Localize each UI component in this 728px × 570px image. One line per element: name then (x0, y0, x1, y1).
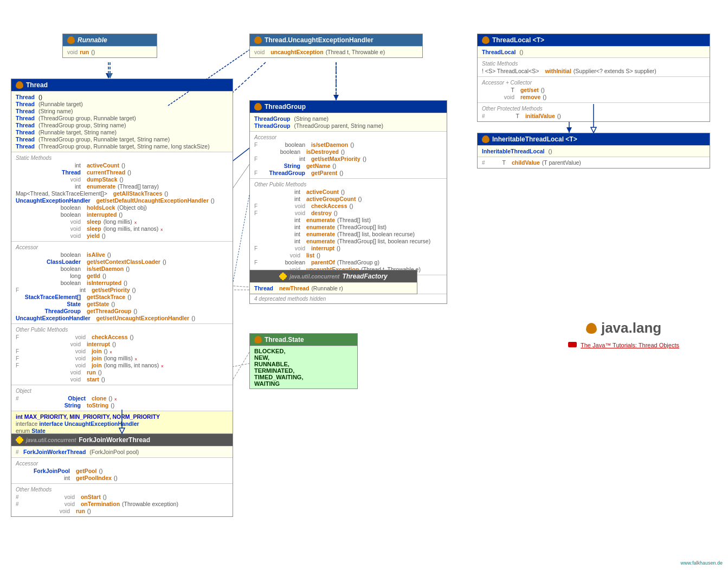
inheritable-constructors: InheritableThreadLocal () (478, 145, 710, 157)
fork-join-accessor: Accessor ForkJoinPool getPool() int getP… (11, 457, 233, 483)
svg-line-31 (233, 195, 249, 282)
thread-state-box: Thread.State BLOCKED, NEW, RUNNABLE, TER… (249, 333, 358, 389)
thread-group-title: ThreadGroup (265, 103, 306, 111)
thread-group-header: ThreadGroup (250, 101, 447, 113)
thread-icon (16, 81, 23, 89)
thread-local-title: ThreadLocal <T> (492, 36, 544, 44)
svg-rect-20 (16, 439, 17, 441)
svg-marker-28 (591, 127, 596, 133)
thread-factory-box: java.util.concurrent ThreadFactory Threa… (249, 270, 417, 294)
thread-local-box: ThreadLocal <T> ThreadLocal () Static Me… (477, 34, 710, 122)
thread-local-icon (482, 36, 489, 44)
svg-rect-14 (282, 278, 284, 280)
java-lang-label: java.lang (601, 320, 661, 336)
thread-object: Object #Object clone()x String toString(… (11, 385, 233, 411)
thread-header: Thread (11, 79, 233, 91)
thread-constructors: Thread () Thread (Runnable target) Threa… (11, 91, 233, 152)
thread-state-title: Thread.State (265, 336, 304, 344)
thread-static-section: Static Methods int activeCount() Thread … (11, 152, 233, 241)
inheritable-methods: # T childValue (T parentValue) (478, 157, 710, 168)
fork-join-title: ForkJoinWorkerThread (79, 436, 150, 444)
uncaught-title: Thread.UncaughtExceptionHandler (265, 36, 373, 44)
svg-rect-18 (18, 436, 21, 438)
thread-constants-text: int MAX_PRIORITY, MIN_PRIORITY, NORM_PRI… (16, 413, 228, 420)
thread-local-header: ThreadLocal <T> (478, 34, 710, 46)
thread-local-protected: Other Protected Methods # T initialValue… (478, 102, 710, 121)
svg-marker-1 (106, 73, 111, 79)
inheritable-title: InheritableThreadLocal <T> (492, 135, 577, 143)
uncaught-handler-header: Thread.UncaughtExceptionHandler (250, 34, 422, 46)
thread-factory-methods: Thread newThread (Runnable r) (250, 282, 417, 294)
inheritable-icon (482, 135, 489, 143)
svg-rect-19 (18, 442, 21, 444)
thread-group-accessor: Accessor Fboolean is/setDaemon() boolean… (250, 131, 447, 178)
fork-join-box: java.util.concurrent ForkJoinWorkerThrea… (11, 433, 233, 517)
uncaught-icon (254, 36, 262, 44)
watermark: www.falkhausen.de (680, 560, 723, 566)
runnable-box: Runnable void run () (62, 34, 157, 58)
runnable-run-method: void run () (67, 49, 152, 55)
svg-rect-12 (280, 274, 286, 279)
inheritable-thread-local-box: InheritableThreadLocal <T> InheritableTh… (477, 133, 710, 169)
thread-constants: int MAX_PRIORITY, MIN_PRIORITY, NORM_PRI… (11, 411, 233, 436)
thread-group-deprecated: 4 deprecated methods hidden (250, 294, 447, 303)
fork-join-other: Other Methods #void onStart() #void onTe… (11, 483, 233, 516)
thread-group-constructors: ThreadGroup (String name) ThreadGroup (T… (250, 113, 447, 131)
thread-interface-line: interface interface UncaughtExceptionHan… (16, 420, 228, 427)
thread-factory-pkg: java.util.concurrent (289, 274, 339, 280)
thread-box: Thread Thread () Thread (Runnable target… (11, 79, 233, 446)
thread-accessor-section: Accessor boolean isAlive() ClassLoader g… (11, 241, 233, 323)
fork-join-pkg: java.util.concurrent (26, 437, 76, 443)
svg-marker-7 (566, 127, 572, 133)
thread-factory-gear-icon (279, 273, 287, 280)
thread-state-values: BLOCKED, NEW, RUNNABLE, TERMINATED, TIME… (250, 346, 357, 388)
svg-line-32 (233, 352, 249, 379)
thread-factory-title: ThreadFactory (342, 273, 387, 280)
tutorial-icon (568, 342, 577, 347)
svg-marker-26 (333, 95, 339, 100)
thread-group-icon (254, 103, 262, 111)
svg-rect-21 (22, 439, 23, 441)
thread-local-constructors: ThreadLocal () (478, 46, 710, 57)
java-lang-icon (586, 323, 597, 334)
svg-rect-15 (279, 275, 281, 277)
fork-join-gear-icon (16, 436, 23, 444)
thread-local-static: Static Methods ! <S> ThreadLocal<S> with… (478, 57, 710, 76)
fork-join-header: java.util.concurrent ForkJoinWorkerThrea… (11, 434, 233, 446)
thread-state-header: Thread.State (250, 334, 357, 346)
inheritable-header: InheritableThreadLocal <T> (478, 133, 710, 145)
svg-rect-13 (282, 273, 284, 274)
thread-title: Thread (26, 81, 48, 89)
svg-rect-17 (17, 437, 22, 443)
thread-group-other: Other Public Methods int activeCount() i… (250, 178, 447, 275)
runnable-methods: void run () (63, 46, 157, 57)
tutorial-link: The Java™ Tutorials: Thread Objects (581, 342, 679, 348)
runnable-title: Runnable (78, 36, 107, 44)
java-lang-area: java.lang The Java™ Tutorials: Thread Ob… (568, 320, 679, 348)
svg-marker-23 (107, 73, 113, 79)
uncaught-methods: void uncaughtException (Thread t, Throwa… (250, 46, 422, 57)
thread-local-accessor: Accessor + Collector T get/set() void re… (478, 76, 710, 102)
thread-state-icon (254, 336, 262, 344)
svg-rect-16 (285, 275, 287, 277)
uncaught-handler-box: Thread.UncaughtExceptionHandler void unc… (249, 34, 423, 58)
runnable-icon (67, 36, 75, 44)
runnable-header: Runnable (63, 34, 157, 46)
thread-other-public: Other Public Methods Fvoid checkAccess()… (11, 323, 233, 385)
fork-join-constructors: # ForkJoinWorkerThread (ForkJoinPool poo… (11, 446, 233, 457)
thread-factory-header: java.util.concurrent ThreadFactory (250, 270, 417, 282)
